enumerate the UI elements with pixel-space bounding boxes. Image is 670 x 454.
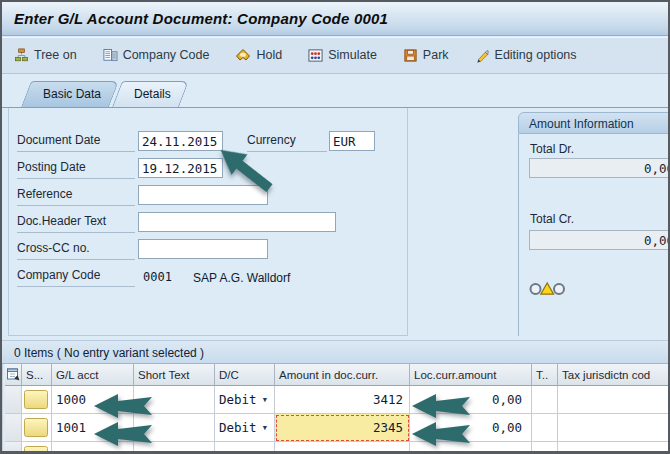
amount-cell-selected[interactable]: 2345 [275, 414, 410, 442]
cross-cc-no-label: Cross-CC no. [17, 241, 135, 260]
posting-date-label: Posting Date [17, 160, 135, 179]
status-cell[interactable] [22, 442, 52, 454]
page-title: Enter G/L Account Document: Company Code… [14, 10, 388, 27]
tax-code-cell[interactable] [532, 386, 558, 414]
column-header-t[interactable]: T.. [532, 364, 558, 386]
dc-value: Debit [219, 420, 257, 435]
editing-options-icon [475, 48, 490, 63]
tree-on-label: Tree on [34, 48, 77, 62]
status-chip-icon [24, 390, 48, 409]
tab-strip: Basic Data Details [2, 81, 187, 107]
row-selector[interactable] [5, 442, 22, 454]
table-select-icon [7, 368, 20, 381]
amount-information-panel: Amount Information Total Dr. 0,00 Total … [518, 112, 670, 336]
park-button[interactable]: Park [403, 48, 449, 63]
select-all-header-cell[interactable] [5, 364, 22, 386]
items-status-bar: 0 Items ( No entry variant selected ) [2, 340, 668, 364]
doc-header-text-label: Doc.Header Text [17, 214, 135, 233]
balance-status-lights-icon [528, 280, 568, 297]
amount-information-title: Amount Information [529, 117, 634, 131]
posting-date-input[interactable]: 19.12.2015 [138, 158, 223, 178]
annotation-arrow [94, 394, 152, 418]
column-header-tax-jurisdictn[interactable]: Tax jurisdictn cod [558, 364, 670, 386]
amount-cell[interactable]: 3412 [275, 386, 410, 414]
tax-code-cell[interactable] [532, 442, 558, 454]
dropdown-arrow-icon [257, 392, 267, 407]
annotation-arrow [94, 422, 152, 446]
currency-input[interactable]: EUR [329, 131, 375, 151]
tax-jurisdictn-cell[interactable] [558, 442, 670, 454]
row-selector[interactable] [5, 414, 22, 442]
dc-dropdown[interactable] [215, 442, 275, 454]
company-code-label: Company Code [17, 268, 135, 287]
tax-jurisdictn-cell[interactable] [558, 386, 670, 414]
document-date-label: Document Date [17, 133, 135, 152]
document-date-input[interactable]: 24.11.2015 [138, 131, 223, 151]
column-header-gl-acct[interactable]: G/L acct [52, 364, 134, 386]
column-header-amount[interactable]: Amount in doc.curr. [275, 364, 410, 386]
park-label: Park [423, 48, 449, 62]
status-chip-icon [24, 446, 48, 454]
column-header-dc[interactable]: D/C [215, 364, 275, 386]
dropdown-arrow-icon [257, 420, 267, 435]
amount-cell[interactable] [275, 442, 410, 454]
sap-window: Enter G/L Account Document: Company Code… [0, 0, 670, 454]
tab-panel-border [2, 107, 668, 108]
column-header-loc-curr[interactable]: Loc.curr.amount [410, 364, 532, 386]
park-icon [403, 48, 418, 63]
amount-information-body: Total Dr. 0,00 Total Cr. 0,00 [518, 134, 670, 336]
dc-value: Debit [219, 392, 257, 407]
tab-basic-data-label: Basic Data [26, 87, 114, 101]
cross-cc-no-input[interactable] [138, 239, 268, 259]
simulate-button[interactable]: Simulate [308, 48, 377, 63]
annotation-arrow [412, 394, 470, 418]
tab-details[interactable]: Details [117, 81, 184, 107]
status-chip-icon [24, 418, 48, 437]
total-cr-field: 0,00 [529, 230, 670, 250]
tree-on-button[interactable]: Tree on [14, 48, 77, 63]
company-code-icon [103, 48, 118, 63]
editing-options-button[interactable]: Editing options [475, 48, 577, 63]
column-header-short-text[interactable]: Short Text [134, 364, 215, 386]
tax-code-cell[interactable] [532, 414, 558, 442]
application-toolbar: Tree on Company Code Hold Sim [2, 37, 668, 74]
company-code-name: SAP A.G. Walldorf [193, 271, 290, 285]
column-header-status[interactable]: S... [22, 364, 52, 386]
dc-dropdown[interactable]: Debit [215, 414, 275, 442]
status-cell[interactable] [22, 386, 52, 414]
basic-data-panel: Document Date 24.11.2015 Currency EUR Po… [8, 107, 408, 336]
hold-icon [235, 47, 251, 63]
tree-on-icon [14, 48, 29, 63]
title-bar: Enter G/L Account Document: Company Code… [2, 2, 668, 36]
items-count-text: 0 Items ( No entry variant selected ) [14, 346, 204, 360]
currency-label: Currency [247, 133, 327, 152]
total-dr-label: Total Dr. [530, 142, 574, 156]
tax-jurisdictn-cell[interactable] [558, 414, 670, 442]
hold-label: Hold [256, 48, 282, 62]
reference-label: Reference [17, 187, 135, 206]
simulate-label: Simulate [328, 48, 377, 62]
annotation-arrow [412, 422, 470, 446]
company-code-value: 0001 [143, 270, 172, 284]
company-code-button[interactable]: Company Code [103, 48, 210, 63]
total-cr-label: Total Cr. [530, 212, 574, 226]
amount-information-header: Amount Information [518, 112, 670, 134]
row-selector[interactable] [5, 386, 22, 414]
tab-details-label: Details [117, 87, 184, 101]
dc-dropdown[interactable]: Debit [215, 386, 275, 414]
tab-basic-data[interactable]: Basic Data [26, 81, 114, 107]
status-cell[interactable] [22, 414, 52, 442]
editing-options-label: Editing options [495, 48, 577, 62]
company-code-label: Company Code [123, 48, 210, 62]
hold-button[interactable]: Hold [235, 47, 282, 63]
total-dr-field: 0,00 [529, 158, 670, 178]
simulate-icon [308, 48, 323, 63]
doc-header-text-input[interactable] [138, 212, 336, 232]
